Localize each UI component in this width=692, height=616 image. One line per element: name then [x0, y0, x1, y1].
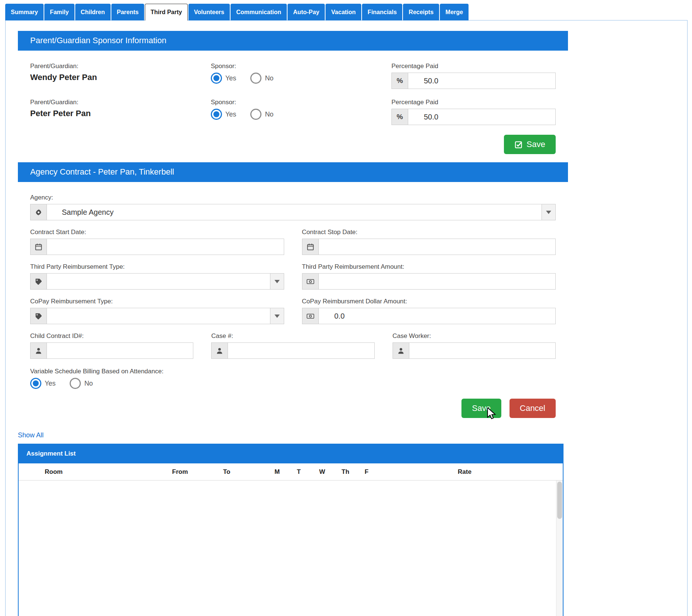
copay-reimb-type-value[interactable]	[47, 308, 270, 324]
sponsor-no-label: No	[265, 111, 273, 118]
caret-down-icon	[546, 211, 551, 214]
variable-billing-radio-group: Yes No	[30, 378, 556, 389]
percentage-paid-label: Percentage Paid	[391, 99, 556, 106]
agency-save-button[interactable]: Save	[461, 399, 501, 418]
agency-panel-body: Agency: Sample Agency	[18, 182, 568, 422]
calendar-icon	[31, 239, 47, 255]
sponsor-save-button[interactable]: Save	[504, 135, 556, 154]
contract-stop-input[interactable]	[319, 239, 556, 255]
copay-reimb-type-select[interactable]	[30, 308, 284, 324]
vertical-scrollbar[interactable]	[556, 481, 563, 616]
column-friday: F	[365, 468, 384, 476]
tab-receipts[interactable]: Receipts	[403, 4, 439, 20]
tab-communication[interactable]: Communication	[231, 4, 287, 20]
case-worker-input[interactable]	[409, 343, 555, 358]
person-icon	[212, 343, 228, 358]
tab-children[interactable]: Children	[75, 4, 111, 20]
caret-down-icon	[274, 315, 280, 318]
agency-selected-value[interactable]: Sample Agency	[47, 204, 542, 220]
case-number-field: Case #:	[211, 332, 374, 359]
scrollbar-thumb[interactable]	[557, 482, 562, 519]
column-wednesday: W	[319, 468, 342, 476]
guardian-label: Parent/Guardian:	[30, 99, 211, 106]
sponsor-yes-radio[interactable]	[211, 73, 222, 84]
guardian-name: Wendy Peter Pan	[30, 73, 211, 82]
variable-billing-yes-radio[interactable]	[30, 378, 41, 389]
tab-vacation[interactable]: Vacation	[326, 4, 361, 20]
sponsor-radio-group: Yes No	[211, 73, 391, 84]
contract-start-field: Contract Start Date:	[30, 229, 284, 255]
show-all-link[interactable]: Show All	[18, 431, 44, 439]
assignment-list-title: Assignment List	[19, 444, 563, 463]
contract-start-input[interactable]	[47, 239, 284, 255]
check-square-icon	[514, 140, 523, 149]
case-worker-field: Case Worker:	[393, 332, 556, 359]
tab-financials[interactable]: Financials	[362, 4, 402, 20]
percentage-paid-input[interactable]	[408, 73, 555, 89]
agency-dropdown-button[interactable]	[542, 204, 555, 220]
variable-billing-no-label: No	[84, 380, 93, 387]
tab-family[interactable]: Family	[44, 4, 74, 20]
sponsor-yes-label: Yes	[225, 111, 236, 118]
variable-billing-label: Variable Schedule Billing Based on Atten…	[30, 368, 556, 375]
tp-reimb-amount-input[interactable]	[319, 274, 556, 289]
person-icon	[393, 343, 409, 358]
sponsor-panel-body: Parent/Guardian: Wendy Peter Pan Sponsor…	[18, 51, 568, 159]
sponsor-row-2: Parent/Guardian: Peter Peter Pan Sponsor…	[30, 99, 556, 125]
assignment-table-body	[19, 481, 563, 616]
sponsor-no-label: No	[265, 74, 273, 82]
copay-reimb-amount-input[interactable]	[319, 308, 556, 324]
person-icon	[31, 343, 47, 358]
agency-save-label: Save	[472, 403, 491, 413]
case-worker-label: Case Worker:	[393, 332, 556, 340]
tab-volunteers[interactable]: Volunteers	[188, 4, 230, 20]
sponsor-no-radio[interactable]	[250, 73, 261, 84]
tab-third-party[interactable]: Third Party	[145, 4, 187, 20]
copay-reimb-amount-label: CoPay Reimbursment Dollar Amount:	[302, 298, 556, 305]
child-contract-id-field: Child Contract ID#:	[30, 332, 193, 359]
tab-merge[interactable]: Merge	[440, 4, 469, 20]
sponsor-panel: Parent/Guardian Sponsor Information Pare…	[18, 31, 568, 159]
agency-contract-panel: Agency Contract - Peter Pan, Tinkerbell …	[18, 162, 568, 422]
percentage-paid-group: %	[391, 73, 556, 89]
tab-parents[interactable]: Parents	[111, 4, 145, 20]
money-bill-icon	[302, 308, 319, 324]
tp-reimb-type-value[interactable]	[47, 274, 270, 289]
tp-reimb-amount-field: Third Party Reimbursement Amount:	[302, 263, 556, 290]
tp-reimb-type-label: Third Party Reimbursement Type:	[30, 263, 284, 271]
tab-bar: Summary Family Children Parents Third Pa…	[5, 4, 688, 20]
guardian-label: Parent/Guardian:	[30, 63, 211, 70]
sponsor-yes-label: Yes	[225, 74, 236, 82]
copay-reimb-amount-field: CoPay Reimbursment Dollar Amount:	[302, 298, 556, 324]
variable-billing-no-radio[interactable]	[70, 378, 81, 389]
assignment-table: Room From To M T W Th F Rate	[19, 463, 563, 616]
case-number-label: Case #:	[211, 332, 374, 340]
case-number-input[interactable]	[228, 343, 374, 358]
percentage-paid-input[interactable]	[408, 109, 555, 125]
sponsor-label: Sponsor:	[211, 99, 391, 106]
contract-start-label: Contract Start Date:	[30, 229, 284, 236]
agency-select[interactable]: Sample Agency	[30, 204, 556, 220]
agency-panel-title: Agency Contract - Peter Pan, Tinkerbell	[18, 162, 568, 182]
tp-reimb-type-dropdown-button[interactable]	[270, 274, 284, 289]
column-monday: M	[274, 468, 297, 476]
sponsor-yes-radio[interactable]	[211, 109, 222, 120]
tp-reimb-type-select[interactable]	[30, 273, 284, 290]
agency-label: Agency:	[30, 194, 556, 201]
assignment-list-panel: Assignment List Room From To M T W Th F …	[18, 444, 564, 616]
tab-auto-pay[interactable]: Auto-Pay	[288, 4, 325, 20]
assignment-table-header: Room From To M T W Th F Rate	[19, 463, 563, 481]
money-bill-icon	[302, 274, 319, 289]
copay-reimb-type-dropdown-button[interactable]	[270, 308, 284, 324]
sponsor-row-1: Parent/Guardian: Wendy Peter Pan Sponsor…	[30, 63, 556, 89]
caret-down-icon	[274, 280, 280, 283]
sponsor-panel-title: Parent/Guardian Sponsor Information	[18, 31, 568, 51]
tab-summary[interactable]: Summary	[5, 4, 44, 20]
column-to: To	[223, 468, 274, 476]
sponsor-radio-group: Yes No	[211, 109, 391, 120]
sponsor-no-radio[interactable]	[250, 109, 261, 120]
agency-cancel-button[interactable]: Cancel	[510, 399, 556, 418]
child-contract-id-input[interactable]	[47, 343, 193, 358]
tab-content: Parent/Guardian Sponsor Information Pare…	[5, 20, 688, 616]
contract-stop-label: Contract Stop Date:	[302, 229, 556, 236]
